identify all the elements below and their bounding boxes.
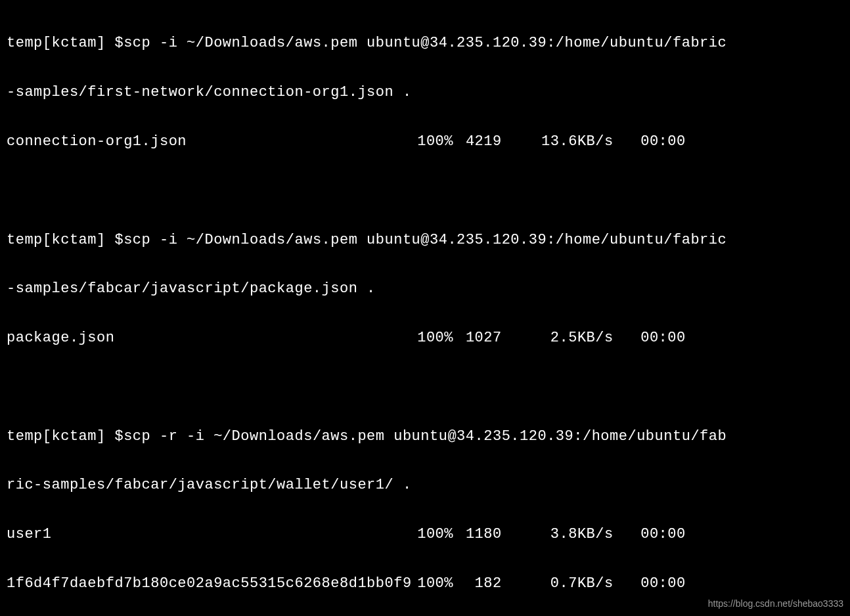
transfer-filename: 1f6d4f7daebfd7b180ce02a9ac55315c6268e8d1…: [7, 571, 414, 596]
prompt: temp[kctam] $: [7, 428, 123, 445]
transfer-speed: 3.8KB/s: [502, 522, 614, 546]
transfer-percent: 100%: [414, 522, 453, 546]
transfer-size: 4219: [462, 129, 502, 154]
transfer-line: package.json100% 10272.5KB/s00:00: [7, 326, 843, 350]
prompt: temp[kctam] $: [7, 35, 123, 51]
transfer-percent: 100%: [414, 571, 453, 596]
transfer-time: 00:00: [614, 129, 686, 154]
command-line-3-cont: ric-samples/fabcar/javascript/wallet/use…: [7, 473, 843, 497]
transfer-filename: package.json: [7, 326, 414, 350]
command-text: scp -i ~/Downloads/aws.pem ubuntu@34.235…: [123, 35, 727, 51]
transfer-filename: user1: [7, 522, 414, 546]
command-line-1-cont: -samples/first-network/connection-org1.j…: [7, 80, 843, 104]
blank-line: [7, 179, 843, 203]
command-line-2: temp[kctam] $scp -i ~/Downloads/aws.pem …: [7, 228, 843, 252]
transfer-size: 1027: [462, 326, 502, 350]
command-line-3: temp[kctam] $scp -r -i ~/Downloads/aws.p…: [7, 424, 843, 449]
transfer-speed: 13.6KB/s: [502, 129, 614, 154]
transfer-filename: connection-org1.json: [7, 129, 414, 154]
transfer-percent: 100%: [414, 326, 453, 350]
transfer-size: 1180: [462, 522, 502, 546]
transfer-time: 00:00: [614, 326, 686, 350]
transfer-line: user1100% 11803.8KB/s00:00: [7, 522, 843, 546]
command-text: scp -r -i ~/Downloads/aws.pem ubuntu@34.…: [123, 428, 727, 445]
terminal-output[interactable]: temp[kctam] $scp -i ~/Downloads/aws.pem …: [7, 7, 843, 616]
command-text: scp -i ~/Downloads/aws.pem ubuntu@34.235…: [123, 232, 727, 248]
blank-line: [7, 375, 843, 399]
command-line-2-cont: -samples/fabcar/javascript/package.json …: [7, 276, 843, 301]
prompt: temp[kctam] $: [7, 232, 123, 248]
command-line-1: temp[kctam] $scp -i ~/Downloads/aws.pem …: [7, 31, 843, 55]
transfer-speed: 2.5KB/s: [502, 326, 614, 350]
transfer-size: 182: [462, 571, 502, 596]
transfer-time: 00:00: [614, 571, 686, 596]
transfer-line: 1f6d4f7daebfd7b180ce02a9ac55315c6268e8d1…: [7, 571, 843, 596]
transfer-line: connection-org1.json100% 421913.6KB/s00:…: [7, 129, 843, 154]
transfer-speed: 0.7KB/s: [502, 571, 614, 596]
transfer-time: 00:00: [614, 522, 686, 546]
transfer-percent: 100%: [414, 129, 453, 154]
watermark-text: https://blog.csdn.net/shebao3333: [708, 596, 843, 612]
